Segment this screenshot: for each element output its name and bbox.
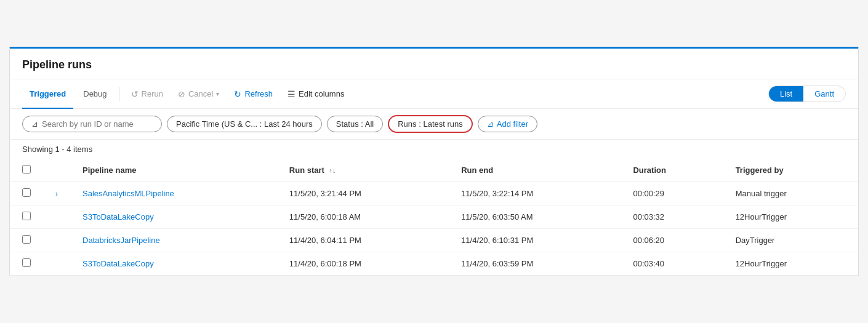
pipeline-link[interactable]: SalesAnalyticsMLPipeline	[82, 189, 174, 198]
row-checkbox-cell	[10, 229, 43, 252]
rerun-icon: ↺	[131, 89, 139, 99]
row-run-start: 11/5/20, 3:21:44 PM	[277, 182, 449, 205]
table-row: S3ToDataLakeCopy 11/5/20, 6:00:18 AM 11/…	[10, 205, 858, 229]
add-filter-button[interactable]: ⊿ Add filter	[478, 116, 537, 132]
row-checkbox[interactable]	[22, 235, 31, 244]
pipeline-link[interactable]: S3ToDataLakeCopy	[82, 212, 154, 221]
row-duration: 00:03:40	[621, 252, 723, 276]
edit-columns-button[interactable]: ☰ Edit columns	[281, 86, 350, 103]
pipeline-link[interactable]: S3ToDataLakeCopy	[82, 259, 154, 268]
row-run-start: 11/5/20, 6:00:18 AM	[277, 205, 449, 229]
header-pipeline-name: Pipeline name	[70, 159, 277, 182]
row-checkbox-cell	[10, 182, 43, 205]
row-checkbox-cell	[10, 205, 43, 229]
row-expand-cell[interactable]: ›	[43, 182, 70, 205]
tab-divider	[119, 87, 120, 102]
showing-text: Showing 1 - 4 items	[10, 140, 858, 159]
pipeline-link[interactable]: DatabricksJarPipeline	[82, 236, 160, 245]
row-checkbox-cell	[10, 252, 43, 276]
row-expand-cell	[43, 229, 70, 252]
edit-columns-icon: ☰	[287, 89, 295, 99]
row-checkbox[interactable]	[22, 188, 31, 197]
row-triggered-by: DayTrigger	[723, 229, 858, 252]
tab-debug[interactable]: Debug	[76, 84, 114, 103]
select-all-checkbox[interactable]	[22, 165, 31, 173]
row-run-start: 11/4/20, 6:00:18 PM	[277, 252, 449, 276]
expand-chevron[interactable]: ›	[55, 189, 58, 198]
rerun-button[interactable]: ↺ Rerun	[125, 86, 169, 103]
table-row: › SalesAnalyticsMLPipeline 11/5/20, 3:21…	[10, 182, 858, 205]
header-expand-col	[43, 159, 70, 182]
row-run-end: 11/4/20, 6:10:31 PM	[449, 229, 621, 252]
cancel-dropdown-icon: ▾	[216, 90, 219, 97]
row-duration: 00:06:20	[621, 229, 723, 252]
table-row: DatabricksJarPipeline 11/4/20, 6:04:11 P…	[10, 229, 858, 252]
time-filter[interactable]: Pacific Time (US & C... : Last 24 hours	[167, 116, 322, 132]
row-run-end: 11/5/20, 3:22:14 PM	[449, 182, 621, 205]
header-run-start[interactable]: Run start ↑↓	[277, 159, 449, 182]
row-run-end: 11/5/20, 6:03:50 AM	[449, 205, 621, 229]
filter-bar: ⊿ Pacific Time (US & C... : Last 24 hour…	[10, 109, 858, 140]
row-checkbox[interactable]	[22, 258, 31, 267]
filter-icon: ⊿	[31, 119, 38, 129]
cancel-icon: ⊘	[178, 89, 185, 99]
add-filter-icon: ⊿	[487, 119, 494, 129]
row-expand-cell	[43, 252, 70, 276]
row-duration: 00:00:29	[621, 182, 723, 205]
list-view-button[interactable]: List	[769, 86, 803, 102]
gantt-view-button[interactable]: Gantt	[803, 86, 845, 102]
header-duration: Duration	[621, 159, 723, 182]
search-input[interactable]	[42, 119, 153, 129]
row-run-end: 11/4/20, 6:03:59 PM	[449, 252, 621, 276]
row-expand-cell	[43, 205, 70, 229]
table-header: Pipeline name Run start ↑↓ Run end Durat…	[10, 159, 858, 182]
runs-table: Pipeline name Run start ↑↓ Run end Durat…	[10, 159, 858, 276]
refresh-icon: ↻	[234, 89, 241, 99]
search-filter[interactable]: ⊿	[22, 116, 162, 132]
row-pipeline-name[interactable]: SalesAnalyticsMLPipeline	[70, 182, 277, 205]
header-triggered-by: Triggered by	[723, 159, 858, 182]
view-toggle: List Gantt	[768, 86, 846, 102]
row-checkbox[interactable]	[22, 212, 31, 220]
row-pipeline-name[interactable]: S3ToDataLakeCopy	[70, 252, 277, 276]
cancel-button[interactable]: ⊘ Cancel ▾	[172, 86, 225, 103]
runs-filter[interactable]: Runs : Latest runs	[388, 115, 473, 133]
table-row: S3ToDataLakeCopy 11/4/20, 6:00:18 PM 11/…	[10, 252, 858, 276]
table-body: › SalesAnalyticsMLPipeline 11/5/20, 3:21…	[10, 182, 858, 276]
header-run-end: Run end	[449, 159, 621, 182]
row-triggered-by: 12HourTrigger	[723, 205, 858, 229]
toolbar: Triggered Debug ↺ Rerun ⊘ Cancel ▾ ↻ Ref…	[10, 79, 858, 109]
header-checkbox-col	[10, 159, 43, 182]
row-pipeline-name[interactable]: DatabricksJarPipeline	[70, 229, 277, 252]
row-triggered-by: Manual trigger	[723, 182, 858, 205]
status-filter[interactable]: Status : All	[327, 116, 383, 132]
page-title: Pipeline runs	[10, 49, 858, 79]
row-duration: 00:03:32	[621, 205, 723, 229]
refresh-button[interactable]: ↻ Refresh	[228, 86, 279, 103]
row-pipeline-name[interactable]: S3ToDataLakeCopy	[70, 205, 277, 229]
row-triggered-by: 12HourTrigger	[723, 252, 858, 276]
row-run-start: 11/4/20, 6:04:11 PM	[277, 229, 449, 252]
sort-icon: ↑↓	[329, 167, 336, 174]
tab-triggered[interactable]: Triggered	[22, 84, 73, 103]
